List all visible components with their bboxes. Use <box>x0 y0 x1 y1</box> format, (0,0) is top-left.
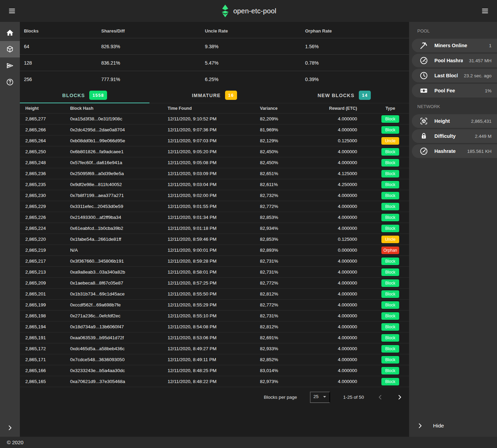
send-icon <box>6 62 14 70</box>
block-table-row: 2,865,248 0x57fec60f...da616e941a 12/11/… <box>20 157 409 168</box>
block-type-badge: Block <box>381 312 399 320</box>
block-time-cell: 12/11/2020, 8:55:50 PM <box>168 291 260 297</box>
nav-item-payments[interactable] <box>0 57 20 74</box>
menu-button-right[interactable] <box>479 5 491 17</box>
block-time-cell: 12/11/2020, 9:05:08 PM <box>168 160 260 165</box>
blocks-table-header: Height Block Hash Time Found Variance Re… <box>20 103 409 114</box>
block-hash-cell: 0xdc465d5a...a58beb436c <box>70 346 168 351</box>
block-table-row: 2,865,220 0x1fabe54a...2661de81ff 12/11/… <box>20 234 409 245</box>
stats-cell: 5.47% <box>205 60 305 66</box>
block-variance-cell: 82,691% <box>260 335 322 340</box>
block-reward-cell: 4.000000 <box>322 280 363 286</box>
nav-item-help[interactable] <box>0 74 20 90</box>
page-size-select[interactable]: 25 <box>310 392 330 403</box>
stat-value: 1 <box>489 43 492 48</box>
block-time-cell: 12/11/2020, 9:03:04 PM <box>168 182 260 187</box>
block-height-cell: 2,865,191 <box>25 335 70 340</box>
block-reward-cell: 0.125000 <box>322 237 363 242</box>
block-type-badge: Block <box>381 258 399 265</box>
block-time-cell: 12/11/2020, 8:49:27 PM <box>168 346 260 351</box>
stat-label: Miners Online <box>434 43 483 48</box>
block-height-cell: 2,865,277 <box>25 116 70 121</box>
block-type-badge: Block <box>381 345 399 353</box>
block-height-cell: 2,865,194 <box>25 324 70 329</box>
tab-new-blocks[interactable]: NEW BLOCKS 14 <box>279 88 409 103</box>
block-type-badge: Block <box>381 214 399 221</box>
stat-value: 185.561 KH <box>467 149 492 154</box>
luck-stats-table: Blocks Shares/Diff Uncle Rate Orphan Rat… <box>20 24 409 88</box>
block-variance-cell: 82,731% <box>260 269 322 275</box>
lock-icon <box>419 132 428 141</box>
block-table-row: 2,865,209 0x1aebeca8...8f67c05e87 12/11/… <box>20 278 409 289</box>
block-hash-cell: 0x57fec60f...da616e941a <box>70 160 168 165</box>
block-height-cell: 2,865,235 <box>25 182 70 187</box>
block-hash-cell: 0x7cdce548...3636093050 <box>70 357 168 362</box>
block-type-cell: Block <box>363 192 409 199</box>
chevron-right-icon <box>396 394 403 400</box>
banknote-icon <box>419 86 428 95</box>
menu-button-left[interactable] <box>6 5 18 17</box>
nav-item-blocks[interactable] <box>0 41 20 57</box>
block-height-cell: 2,865,165 <box>25 379 70 384</box>
block-type-cell: Block <box>363 367 409 374</box>
block-time-cell: 12/11/2020, 9:05:20 PM <box>168 149 260 154</box>
footer: © 2020 <box>0 437 497 448</box>
block-type-cell: Uncle <box>363 137 409 145</box>
tab-blocks[interactable]: BLOCKS 1558 <box>20 88 149 103</box>
block-variance-cell: 82,812% <box>260 324 322 329</box>
block-height-cell: 2,865,250 <box>25 149 70 154</box>
block-variance-cell: 82,450% <box>260 149 322 154</box>
block-height-cell: 2,865,198 <box>25 313 70 318</box>
tab-label: NEW BLOCKS <box>318 93 355 98</box>
block-height-cell: 2,865,201 <box>25 291 70 297</box>
block-hash-cell: 0x1fabe54a...2661de81ff <box>70 237 168 242</box>
block-hash-cell: 0xa15d3f38...0e31f1908c <box>70 116 168 121</box>
block-type-badge: Block <box>381 301 399 309</box>
block-time-cell: 12/11/2020, 9:03:09 PM <box>168 171 260 176</box>
block-type-cell: Block <box>363 170 409 177</box>
block-type-cell: Block <box>363 225 409 232</box>
blocks-tabs: BLOCKS 1558 IMMATURE 16 NEW BLOCKS 14 <box>20 88 409 103</box>
block-type-cell: Block <box>363 203 409 210</box>
brand: open-etc-pool <box>221 4 276 17</box>
stats-cell: 6.25% <box>205 77 305 82</box>
nav-item-home[interactable] <box>0 25 20 41</box>
block-height-cell: 2,865,166 <box>25 368 70 373</box>
block-reward-cell: 4.000000 <box>322 226 363 231</box>
block-type-cell: Block <box>363 126 409 134</box>
block-variance-cell: 82,772% <box>260 280 322 286</box>
block-reward-cell: 4.000000 <box>322 346 363 351</box>
block-hash-cell: 0xccdf562f...69a698b7fe <box>70 302 168 307</box>
block-variance-cell: 82,731% <box>260 313 322 318</box>
block-hash-cell: 0xaa063539...b95d41d72f <box>70 335 168 340</box>
stats-cell: 256 <box>24 77 101 82</box>
block-table-row: 2,865,236 0x25095f69...a0d39e9e5a 12/11/… <box>20 168 409 179</box>
block-table-row: 2,865,201 0x1b31b734...69c1d45ace 12/11/… <box>20 289 409 300</box>
rail-expand-button[interactable] <box>0 424 20 431</box>
stats-cell: 9.38% <box>205 44 305 49</box>
block-hash-cell: 0x1aebeca8...8f67c05e87 <box>70 280 168 286</box>
menu-icon <box>8 7 16 15</box>
next-page-button[interactable] <box>396 394 403 400</box>
block-table-row: 2,865,230 0x7b8f7199...aea377a271 12/11/… <box>20 190 409 201</box>
block-time-cell: 12/11/2020, 8:54:08 PM <box>168 324 260 329</box>
block-type-badge: Block <box>381 192 399 199</box>
block-height-cell: 2,865,264 <box>25 138 70 143</box>
pool-section-title: POOL <box>409 22 497 37</box>
block-height-cell: 2,865,230 <box>25 193 70 198</box>
hide-sidebar-button[interactable]: Hide <box>409 415 497 437</box>
block-type-badge: Block <box>381 290 399 298</box>
tab-label: IMMATURE <box>192 93 221 98</box>
gauge-icon <box>419 56 428 65</box>
tab-immature[interactable]: IMMATURE 16 <box>149 88 279 103</box>
page-range-label: 1-25 of 50 <box>343 395 364 400</box>
page-size-value: 25 <box>313 394 318 399</box>
block-type-badge: Block <box>381 159 399 167</box>
block-time-cell: 12/11/2020, 9:10:52 PM <box>168 116 260 121</box>
previous-page-button[interactable] <box>377 394 383 400</box>
col-header-variance: Variance <box>260 106 322 111</box>
block-type-cell: Block <box>363 290 409 298</box>
stats-row: 128 836.21% 5.47% 0.78% <box>20 55 409 71</box>
block-variance-cell: 83,014% <box>260 368 322 373</box>
block-table-row: 2,865,277 0xa15d3f38...0e31f1908c 12/11/… <box>20 114 409 124</box>
